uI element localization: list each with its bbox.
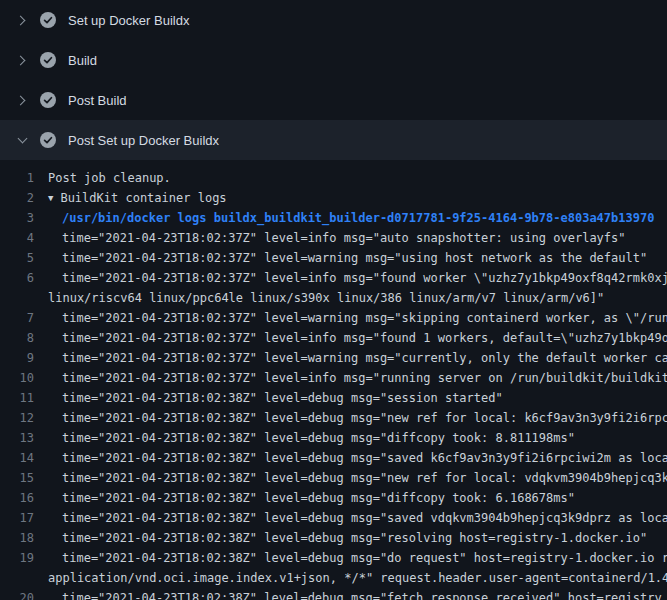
- chevron-icon: [14, 52, 30, 68]
- check-circle-icon: [40, 52, 56, 68]
- log-line-text: time="2021-04-23T18:02:37Z" level=info m…: [48, 368, 667, 388]
- log-line-number[interactable]: 20: [0, 588, 48, 600]
- step-row-post-build[interactable]: Post Build: [0, 80, 667, 120]
- log-line-number[interactable]: 12: [0, 408, 48, 428]
- log-line-number[interactable]: 9: [0, 348, 48, 368]
- log-line-number[interactable]: 3: [0, 208, 48, 228]
- chevron-icon: [14, 12, 30, 28]
- log-line: 4 time="2021-04-23T18:02:37Z" level=info…: [0, 228, 667, 248]
- log-line-text: time="2021-04-23T18:02:38Z" level=debug …: [48, 588, 662, 600]
- log-line-text: time="2021-04-23T18:02:37Z" level=info m…: [48, 268, 667, 288]
- log-line-text: Post job cleanup.: [48, 168, 171, 188]
- log-line-number[interactable]: 16: [0, 488, 48, 508]
- log-line-text: time="2021-04-23T18:02:38Z" level=debug …: [48, 408, 667, 428]
- log-line-text: time="2021-04-23T18:02:38Z" level=debug …: [48, 508, 667, 528]
- log-line: 14 time="2021-04-23T18:02:38Z" level=deb…: [0, 448, 667, 468]
- log-line-text: time="2021-04-23T18:02:38Z" level=debug …: [48, 448, 667, 468]
- step-label: Set up Docker Buildx: [68, 13, 189, 28]
- check-circle-icon: [40, 132, 56, 148]
- log-line: 18 time="2021-04-23T18:02:38Z" level=deb…: [0, 528, 667, 548]
- log-line: 11 time="2021-04-23T18:02:38Z" level=deb…: [0, 388, 667, 408]
- log-line: application/vnd.oci.image.index.v1+json,…: [0, 568, 667, 588]
- log-line-text: linux/riscv64 linux/ppc64le linux/s390x …: [48, 288, 604, 308]
- log-line-number[interactable]: 18: [0, 528, 48, 548]
- log-line-text: time="2021-04-23T18:02:38Z" level=debug …: [48, 388, 503, 408]
- log-line-text: time="2021-04-23T18:02:38Z" level=debug …: [48, 548, 667, 568]
- log-line: 17 time="2021-04-23T18:02:38Z" level=deb…: [0, 508, 667, 528]
- log-line-text: time="2021-04-23T18:02:37Z" level=warnin…: [48, 248, 647, 268]
- log-line: 20 time="2021-04-23T18:02:38Z" level=deb…: [0, 588, 667, 600]
- log-line: 5 time="2021-04-23T18:02:37Z" level=warn…: [0, 248, 667, 268]
- log-line-text: time="2021-04-23T18:02:37Z" level=info m…: [48, 228, 626, 248]
- log-line: 19 time="2021-04-23T18:02:38Z" level=deb…: [0, 548, 667, 568]
- log-line: 13 time="2021-04-23T18:02:38Z" level=deb…: [0, 428, 667, 448]
- check-circle-icon: [40, 12, 56, 28]
- log-line: 9 time="2021-04-23T18:02:37Z" level=warn…: [0, 348, 667, 368]
- log-line-number[interactable]: 2: [0, 188, 48, 208]
- log-line-number[interactable]: 1: [0, 168, 48, 188]
- log-line-text: time="2021-04-23T18:02:37Z" level=warnin…: [48, 308, 667, 328]
- log-line-number[interactable]: 13: [0, 428, 48, 448]
- log-line-number[interactable]: 5: [0, 248, 48, 268]
- chevron-icon: [14, 92, 30, 108]
- log-line-text: time="2021-04-23T18:02:38Z" level=debug …: [48, 488, 575, 508]
- log-line-text: time="2021-04-23T18:02:38Z" level=debug …: [48, 428, 575, 448]
- log-line-number[interactable]: 10: [0, 368, 48, 388]
- log-line-text: application/vnd.oci.image.index.v1+json,…: [48, 568, 667, 588]
- log-line: 15 time="2021-04-23T18:02:38Z" level=deb…: [0, 468, 667, 488]
- log-line: 12 time="2021-04-23T18:02:38Z" level=deb…: [0, 408, 667, 428]
- log-line: 10 time="2021-04-23T18:02:37Z" level=inf…: [0, 368, 667, 388]
- log-line: 1 Post job cleanup.: [0, 168, 667, 188]
- step-label: Post Set up Docker Buildx: [68, 133, 219, 148]
- log-line-number[interactable]: 17: [0, 508, 48, 528]
- log-line-number[interactable]: 14: [0, 448, 48, 468]
- log-line-number[interactable]: [0, 288, 48, 308]
- log-line-number[interactable]: 8: [0, 328, 48, 348]
- log-line-number[interactable]: 7: [0, 308, 48, 328]
- log-line-text: time="2021-04-23T18:02:37Z" level=info m…: [48, 328, 667, 348]
- step-row-build[interactable]: Build: [0, 40, 667, 80]
- log-line: linux/riscv64 linux/ppc64le linux/s390x …: [0, 288, 667, 308]
- log-line: 2 ▼BuildKit container logs: [0, 188, 667, 208]
- step-label: Build: [68, 53, 97, 68]
- log-line-text: /usr/bin/docker logs buildx_buildkit_bui…: [48, 208, 654, 228]
- step-row-set-up-docker-buildx[interactable]: Set up Docker Buildx: [0, 0, 667, 40]
- log-line-number[interactable]: 4: [0, 228, 48, 248]
- log-line: 7 time="2021-04-23T18:02:37Z" level=warn…: [0, 308, 667, 328]
- log-lines: 1 Post job cleanup. 2 ▼BuildKit containe…: [0, 160, 667, 600]
- log-line-text: ▼BuildKit container logs: [48, 188, 227, 208]
- check-circle-icon: [40, 92, 56, 108]
- step-label: Post Build: [68, 93, 127, 108]
- actions-log-viewer: Set up Docker Buildx Build Post Build: [0, 0, 667, 600]
- log-line-number[interactable]: 11: [0, 388, 48, 408]
- log-line: 3 /usr/bin/docker logs buildx_buildkit_b…: [0, 208, 667, 228]
- chevron-icon: [14, 132, 30, 148]
- group-toggle-icon[interactable]: ▼: [48, 188, 53, 208]
- log-line: 8 time="2021-04-23T18:02:37Z" level=info…: [0, 328, 667, 348]
- log-line-number[interactable]: 15: [0, 468, 48, 488]
- log-line: 6 time="2021-04-23T18:02:37Z" level=info…: [0, 268, 667, 288]
- log-line: 16 time="2021-04-23T18:02:38Z" level=deb…: [0, 488, 667, 508]
- log-line-number[interactable]: [0, 568, 48, 588]
- step-row-post-set-up-docker-buildx[interactable]: Post Set up Docker Buildx: [0, 120, 667, 160]
- log-line-number[interactable]: 6: [0, 268, 48, 288]
- log-line-number[interactable]: 19: [0, 548, 48, 568]
- log-line-text: time="2021-04-23T18:02:37Z" level=warnin…: [48, 348, 667, 368]
- steps-list: Set up Docker Buildx Build Post Build: [0, 0, 667, 160]
- log-line-text: time="2021-04-23T18:02:38Z" level=debug …: [48, 528, 647, 548]
- log-line-text: time="2021-04-23T18:02:38Z" level=debug …: [48, 468, 667, 488]
